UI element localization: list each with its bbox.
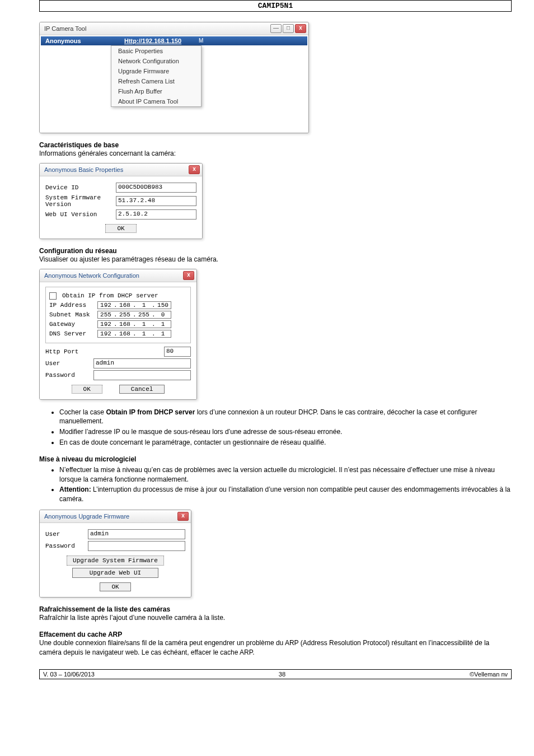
camera-name: Anonymous: [41, 36, 120, 45]
upgrade-system-firmware-button[interactable]: Upgrade System Firmware: [67, 556, 164, 566]
window-title: Anonymous Network Configuration: [44, 272, 139, 279]
ip-octet: 192: [98, 302, 114, 309]
ip-octet: 168: [117, 321, 133, 328]
row-device-id: Device ID 000C5D0DB983: [45, 183, 196, 193]
input-user[interactable]: admin: [88, 529, 185, 539]
ip-octet: 1: [155, 321, 171, 328]
label-ip: IP Address: [49, 302, 94, 309]
row-subnet: Subnet Mask 255. 255. 255. 0: [49, 311, 187, 319]
window-title: IP Camera Tool: [44, 25, 86, 32]
value-firmware: 51.37.2.48: [116, 196, 196, 206]
camera-mark: M: [196, 36, 307, 45]
network-config-notes: Cocher la case Obtain IP from DHCP serve…: [39, 408, 512, 447]
row-user: User admin: [45, 529, 185, 539]
titlebar: IP Camera Tool — □ x: [40, 22, 308, 35]
close-icon[interactable]: x: [189, 165, 200, 174]
list-item: Attention: L’interruption du processus d…: [59, 485, 512, 504]
footer-left: V. 03 – 10/06/2013: [43, 671, 95, 678]
ok-button[interactable]: OK: [105, 224, 136, 233]
camera-row[interactable]: Anonymous Http://192.168.1.150 M: [41, 36, 307, 45]
upgrade-firmware-dialog: Anonymous Upgrade Firmware x User admin …: [39, 510, 191, 598]
titlebar: Anonymous Upgrade Firmware x: [40, 510, 191, 523]
titlebar: Anonymous Network Configuration x: [40, 269, 196, 282]
intro-network-config: Visualiser ou ajuster les paramétrages r…: [39, 255, 512, 264]
heading-flush-arp: Effacement du cache ARP: [39, 631, 512, 638]
ip-octet: 0: [155, 311, 171, 318]
label-subnet: Subnet Mask: [49, 311, 94, 318]
text-flush-arp: Une double connexion filaire/sans fil de…: [39, 638, 512, 657]
menu-basic-properties[interactable]: Basic Properties: [111, 46, 201, 56]
list-item: Modifier l’adresse IP ou le masque de so…: [59, 427, 512, 437]
menu-about[interactable]: About IP Camera Tool: [111, 96, 201, 106]
input-password[interactable]: [93, 370, 191, 380]
ip-octet: 168: [117, 330, 133, 337]
ip-octet: 1: [136, 302, 152, 309]
heading-upgrade-firmware: Mise à niveau du micrologiciel: [39, 455, 512, 463]
camera-url[interactable]: Http://192.168.1.150: [120, 36, 196, 45]
label-gateway: Gateway: [49, 321, 94, 328]
menu-flush-arp-buffer[interactable]: Flush Arp Buffer: [111, 86, 201, 96]
row-firmware-version: System Firmware Version 51.37.2.48: [45, 194, 196, 208]
ok-button[interactable]: OK: [72, 385, 102, 394]
text: Cocher la case: [59, 408, 106, 416]
close-icon[interactable]: x: [177, 512, 189, 521]
text-refresh: Rafraîchir la liste après l’ajout d’une …: [39, 613, 512, 623]
value-device-id: 000C5D0DB983: [116, 183, 196, 193]
ip-octet: 255: [98, 311, 114, 318]
minimize-icon[interactable]: —: [270, 24, 282, 33]
cancel-button[interactable]: Cancel: [119, 385, 165, 394]
window-title: Anonymous Upgrade Firmware: [44, 513, 129, 520]
input-password[interactable]: [88, 541, 185, 551]
ip-camera-tool-window: IP Camera Tool — □ x Anonymous Http://19…: [39, 22, 309, 133]
row-webui-version: Web UI Version 2.5.10.2: [45, 209, 196, 220]
label-user: User: [45, 531, 85, 538]
menu-upgrade-firmware[interactable]: Upgrade Firmware: [111, 66, 201, 76]
titlebar: Anonymous Basic Properties x: [40, 164, 202, 176]
input-gateway[interactable]: 192. 168. 1. 1: [97, 320, 171, 328]
ip-octet: 150: [155, 302, 171, 309]
menu-refresh-camera-list[interactable]: Refresh Camera List: [111, 76, 201, 86]
ip-octet: 255: [117, 311, 133, 318]
maximize-icon[interactable]: □: [283, 24, 294, 33]
input-dns[interactable]: 192. 168. 1. 1: [97, 330, 171, 338]
ok-button[interactable]: OK: [100, 582, 130, 591]
header-title: CAMIP5N1: [258, 2, 293, 10]
label-password: Password: [45, 543, 85, 549]
row-ip-address: IP Address 192. 168. 1. 150: [49, 301, 187, 309]
checkbox-dhcp[interactable]: [49, 292, 57, 300]
page-footer: V. 03 – 10/06/2013 38 ©Velleman nv: [39, 669, 512, 679]
heading-network-config: Configuration du réseau: [39, 247, 512, 255]
input-ip[interactable]: 192. 168. 1. 150: [97, 301, 171, 309]
context-menu: Basic Properties Network Configuration U…: [111, 45, 202, 107]
text: L’interruption du processus de mise à jo…: [59, 486, 510, 503]
ip-octet: 168: [117, 302, 133, 309]
text-bold: Obtain IP from DHCP server: [106, 408, 195, 416]
list-item: En cas de doute concernant le paramétrag…: [59, 438, 512, 447]
text-bold: Attention:: [59, 486, 91, 493]
label-device-id: Device ID: [45, 184, 113, 191]
input-subnet[interactable]: 255. 255. 255. 0: [97, 311, 171, 319]
window-title: Anonymous Basic Properties: [44, 166, 123, 173]
heading-basic-properties: Caractéristiques de base: [39, 141, 512, 149]
value-webui: 2.5.10.2: [116, 209, 196, 220]
upgrade-web-ui-button[interactable]: Upgrade Web UI: [72, 568, 158, 578]
ip-octet: 192: [98, 330, 114, 337]
close-icon[interactable]: x: [295, 24, 306, 33]
input-http-port[interactable]: 80: [164, 347, 191, 357]
footer-center: 38: [279, 671, 285, 678]
label-dns: DNS Server: [49, 330, 94, 337]
row-user: User admin: [45, 358, 191, 368]
ip-octet: 1: [136, 321, 152, 328]
basic-properties-dialog: Anonymous Basic Properties x Device ID 0…: [39, 163, 203, 239]
heading-refresh-camera-list: Rafraîchissement de la liste des caméras: [39, 605, 512, 613]
label-user: User: [45, 360, 90, 367]
label-obtain-dhcp: Obtain IP from DHCP server: [62, 292, 158, 299]
label-password: Password: [45, 372, 90, 379]
row-gateway: Gateway 192. 168. 1. 1: [49, 320, 187, 328]
close-icon[interactable]: x: [183, 271, 194, 280]
ip-octet: 192: [98, 321, 114, 328]
input-user[interactable]: admin: [93, 358, 191, 368]
list-item: Cocher la case Obtain IP from DHCP serve…: [59, 408, 512, 427]
row-http-port: Http Port 80: [45, 347, 191, 357]
menu-network-configuration[interactable]: Network Configuration: [111, 56, 201, 66]
